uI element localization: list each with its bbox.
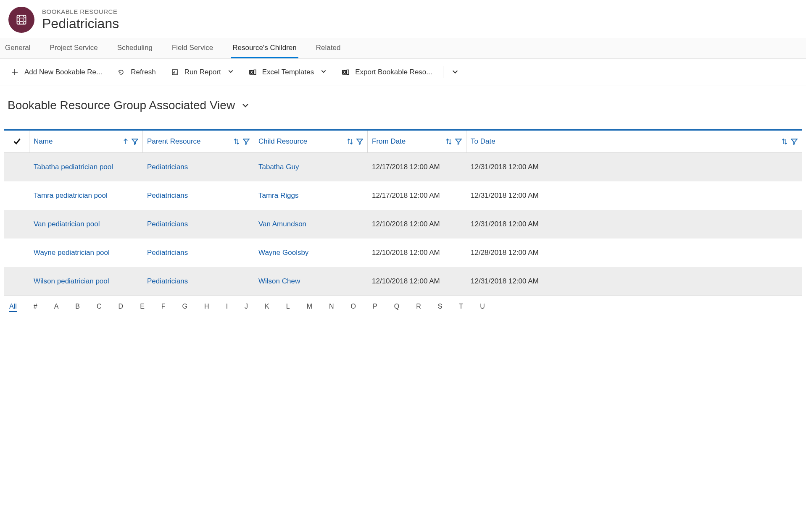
alpha-d[interactable]: D [119, 303, 124, 312]
excel-templates-label: Excel Templates [262, 68, 314, 76]
column-header-parent[interactable]: Parent Resource [143, 131, 254, 152]
alpha-a[interactable]: A [54, 303, 59, 312]
alpha-k[interactable]: K [265, 303, 269, 312]
cell-parent-resource[interactable]: Pediatricians [143, 238, 254, 267]
column-header-name[interactable]: Name [29, 131, 143, 152]
filter-icon[interactable] [243, 138, 250, 145]
refresh-button[interactable]: Refresh [111, 66, 163, 79]
alpha-s[interactable]: S [438, 303, 443, 312]
alpha-f[interactable]: F [161, 303, 166, 312]
alpha-i[interactable]: I [226, 303, 228, 312]
alpha-e[interactable]: E [140, 303, 145, 312]
cell-name[interactable]: Van pediatrician pool [29, 210, 143, 238]
select-all-checkbox[interactable] [4, 131, 29, 152]
sort-icon[interactable] [234, 138, 240, 145]
cell-parent-resource[interactable]: Pediatricians [143, 181, 254, 210]
alpha-q[interactable]: Q [394, 303, 399, 312]
row-checkbox[interactable] [4, 157, 29, 177]
filter-icon[interactable] [356, 138, 363, 145]
filter-icon[interactable] [791, 138, 798, 145]
table-row[interactable]: Wilson pediatrician poolPediatriciansWil… [4, 267, 802, 296]
chevron-down-icon [321, 68, 327, 76]
alpha-l[interactable]: L [286, 303, 290, 312]
export-label: Export Bookable Reso... [355, 68, 432, 76]
sort-icon[interactable] [446, 138, 452, 145]
record-name: Pediatricians [42, 16, 119, 31]
row-checkbox[interactable] [4, 186, 29, 206]
alpha-h[interactable]: H [204, 303, 209, 312]
column-label: Name [34, 137, 120, 146]
grid-body: Tabatha pediatrician poolPediatriciansTa… [4, 153, 802, 296]
alpha-all[interactable]: All [9, 303, 17, 312]
table-row[interactable]: Tabatha pediatrician poolPediatriciansTa… [4, 153, 802, 181]
column-label: From Date [372, 137, 443, 146]
overflow-button[interactable] [448, 66, 463, 79]
alpha-r[interactable]: R [416, 303, 421, 312]
row-checkbox[interactable] [4, 271, 29, 291]
alpha-m[interactable]: M [307, 303, 312, 312]
column-header-child[interactable]: Child Resource [254, 131, 368, 152]
alpha-t[interactable]: T [459, 303, 463, 312]
refresh-label: Refresh [131, 68, 156, 76]
excel-templates-button[interactable]: Excel Templates [242, 66, 333, 79]
grid-header: Name Parent Resource Child Resource From… [4, 131, 802, 153]
cell-parent-resource[interactable]: Pediatricians [143, 267, 254, 296]
view-title: Bookable Resource Group Associated View [8, 99, 235, 112]
alpha-p[interactable]: P [373, 303, 377, 312]
cell-child-resource[interactable]: Van Amundson [254, 210, 368, 238]
tab-general[interactable]: General [3, 38, 32, 58]
tab-project-service[interactable]: Project Service [48, 38, 99, 58]
tab-label: Field Service [172, 44, 213, 52]
cell-name[interactable]: Tabatha pediatrician pool [29, 153, 143, 181]
sort-icon[interactable] [782, 138, 788, 145]
alpha-b[interactable]: B [75, 303, 80, 312]
alpha-u[interactable]: U [480, 303, 485, 312]
cell-name[interactable]: Wilson pediatrician pool [29, 267, 143, 296]
cell-parent-resource[interactable]: Pediatricians [143, 210, 254, 238]
tab-label: Scheduling [117, 44, 153, 52]
cell-child-resource[interactable]: Wayne Goolsby [254, 238, 368, 267]
row-checkbox[interactable] [4, 214, 29, 234]
table-row[interactable]: Van pediatrician poolPediatriciansVan Am… [4, 210, 802, 238]
alpha-j[interactable]: J [245, 303, 248, 312]
table-row[interactable]: Wayne pediatrician poolPediatriciansWayn… [4, 238, 802, 267]
entity-label: BOOKABLE RESOURCE [42, 8, 119, 15]
tab-resource-s-children[interactable]: Resource's Children [231, 38, 298, 58]
cell-parent-resource[interactable]: Pediatricians [143, 153, 254, 181]
cell-to-date: 12/31/2018 12:00 AM [466, 153, 802, 181]
cell-from-date: 12/10/2018 12:00 AM [368, 267, 466, 296]
column-header-from[interactable]: From Date [368, 131, 466, 152]
alpha-o[interactable]: O [351, 303, 356, 312]
filter-icon[interactable] [132, 138, 138, 145]
record-titles: BOOKABLE RESOURCE Pediatricians [42, 8, 119, 31]
cell-child-resource[interactable]: Wilson Chew [254, 267, 368, 296]
tab-label: Related [316, 44, 341, 52]
cell-child-resource[interactable]: Tamra Riggs [254, 181, 368, 210]
row-checkbox[interactable] [4, 243, 29, 263]
tab-scheduling[interactable]: Scheduling [116, 38, 154, 58]
cell-child-resource[interactable]: Tabatha Guy [254, 153, 368, 181]
cell-from-date: 12/10/2018 12:00 AM [368, 210, 466, 238]
run-report-button[interactable]: Run Report [164, 66, 240, 79]
add-new-button[interactable]: Add New Bookable Re... [4, 66, 109, 79]
cell-name[interactable]: Wayne pediatrician pool [29, 238, 143, 267]
cell-from-date: 12/17/2018 12:00 AM [368, 153, 466, 181]
export-button[interactable]: Export Bookable Reso... [335, 66, 439, 79]
filter-icon[interactable] [455, 138, 462, 145]
tab-label: Project Service [50, 44, 97, 52]
alpha-c[interactable]: C [97, 303, 102, 312]
alpha-n[interactable]: N [329, 303, 334, 312]
view-switcher[interactable] [242, 102, 249, 109]
cell-to-date: 12/31/2018 12:00 AM [466, 181, 802, 210]
cell-to-date: 12/31/2018 12:00 AM [466, 210, 802, 238]
cell-name[interactable]: Tamra pediatrician pool [29, 181, 143, 210]
tab-related[interactable]: Related [314, 38, 342, 58]
svg-rect-0 [17, 16, 26, 24]
sort-icon[interactable] [347, 138, 353, 145]
column-header-to[interactable]: To Date [466, 131, 802, 152]
alpha-g[interactable]: G [182, 303, 187, 312]
tab-field-service[interactable]: Field Service [170, 38, 215, 58]
alpha-hash[interactable]: # [34, 303, 37, 312]
sort-asc-icon[interactable] [123, 138, 128, 145]
table-row[interactable]: Tamra pediatrician poolPediatriciansTamr… [4, 181, 802, 210]
